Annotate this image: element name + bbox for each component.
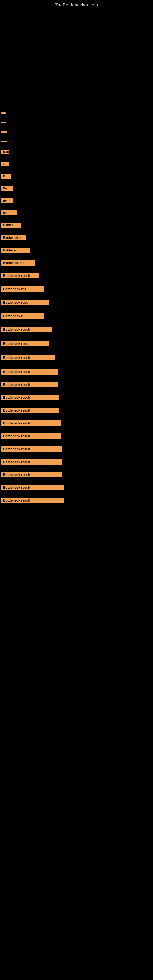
bottleneck-result-bar: Bottleneck result: [1, 382, 58, 387]
result-row: s: [0, 159, 153, 170]
result-row: B: [0, 172, 153, 182]
bottleneck-result-bar: Bottleneck result: [1, 433, 61, 439]
bottleneck-result-bar: Bottleneck r: [1, 235, 26, 240]
bottleneck-result-bar: Bottleneck res: [1, 286, 44, 292]
result-row: Bottleneck result: [0, 431, 153, 441]
result-row: Bottlen: [0, 221, 153, 231]
bottleneck-result-bar: Bottleneck resu: [1, 300, 49, 305]
bottleneck-result-bar: Bottlen: [1, 223, 21, 228]
result-row: Bottleneck result: [0, 470, 153, 480]
result-row: Bottleneck resu: [0, 339, 153, 350]
result-row: Bottlenec: [0, 246, 153, 256]
bottleneck-result-bar: Bottlenec: [1, 248, 30, 253]
bottleneck-result-bar: Bottleneck result: [1, 273, 40, 278]
bottleneck-result-bar: Bottleneck result: [1, 446, 62, 452]
bottleneck-result-bar: Bottleneck result: [1, 407, 59, 413]
bottleneck-result-bar: Bottleneck result: [1, 140, 7, 142]
result-row: Bottleneck result: [0, 353, 153, 364]
result-row: Bottleneck result: [0, 483, 153, 492]
result-row: Bottleneck result: [0, 367, 153, 377]
result-row: Bottleneck resu: [0, 298, 153, 309]
bottleneck-result-bar: Bottleneck result: [1, 369, 58, 375]
bottleneck-result-bar: B: [1, 173, 11, 178]
bottleneck-result-bar: Bo: [1, 210, 16, 215]
chart-area: [0, 9, 153, 107]
result-row: Bottleneck res: [0, 284, 153, 295]
bottleneck-result-bar: Bottleneck r: [1, 313, 44, 319]
bottleneck-result-bar: Bottleneck result: [1, 395, 59, 400]
result-row: Bottleneck result: [0, 325, 153, 336]
result-row: Bottleneck res: [0, 258, 153, 269]
result-row: Bottleneck r: [0, 233, 153, 244]
result-row: Bottleneck result: [0, 406, 153, 415]
result-row: Bottleneck result: [0, 138, 153, 146]
result-row: Bo: [0, 208, 153, 219]
result-row: Bottleneck r: [0, 311, 153, 322]
bottleneck-result-bar: Bottleneck resu: [1, 341, 49, 346]
bottleneck-result-bar: Bottleneck result: [1, 112, 5, 114]
bottleneck-result-bar: Bottleneck result: [1, 420, 61, 426]
result-row: Bottleneck result: [0, 148, 153, 158]
result-row: Bottleneck result: [0, 393, 153, 402]
site-title: TheBottlenecker.com: [0, 0, 153, 9]
result-row: Bottleneck result: [0, 495, 153, 505]
result-row: Bottleneck result: [0, 119, 153, 127]
bottleneck-result-bar: Bottleneck result: [1, 472, 62, 477]
result-row: Bottleneck result: [0, 128, 153, 136]
result-row: Bottleneck result: [0, 457, 153, 467]
bottleneck-result-bar: Bo: [1, 186, 13, 191]
bottleneck-result-bar: Bottleneck result: [1, 150, 9, 154]
result-row: Bottleneck result: [0, 418, 153, 428]
result-row: Bo: [0, 184, 153, 194]
bottleneck-result-bar: Bottleneck result: [1, 131, 7, 133]
bottleneck-result-bar: Bottleneck result: [1, 327, 52, 332]
bottleneck-result-bar: Bottleneck result: [1, 122, 5, 123]
bottleneck-result-bar: Bottleneck result: [1, 498, 64, 503]
results-list: Bottleneck resultBottleneck resultBottle…: [0, 110, 153, 508]
bottleneck-result-bar: Bottleneck res: [1, 260, 35, 266]
result-row: Bottleneck result: [0, 380, 153, 390]
bottleneck-result-bar: Bottleneck result: [1, 355, 55, 360]
bottleneck-result-bar: Bo: [1, 198, 13, 203]
bottleneck-result-bar: Bottleneck result: [1, 485, 64, 490]
result-row: Bottleneck result: [0, 271, 153, 282]
bottleneck-result-bar: Bottleneck result: [1, 459, 62, 465]
result-row: Bo: [0, 196, 153, 207]
bottleneck-result-bar: s: [1, 162, 9, 166]
result-row: Bottleneck result: [0, 444, 153, 454]
result-row: Bottleneck result: [0, 110, 153, 118]
